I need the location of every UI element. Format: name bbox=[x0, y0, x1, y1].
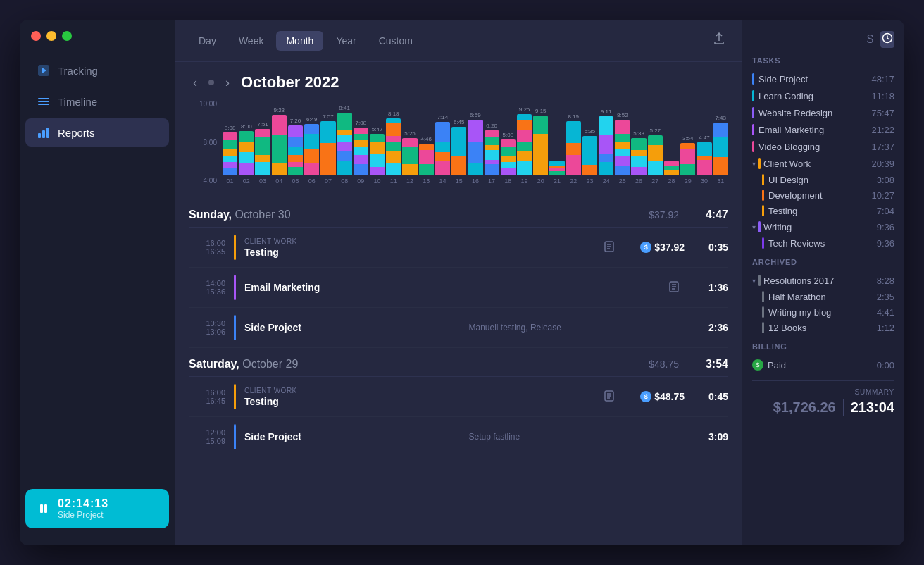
bar-segment bbox=[501, 147, 516, 156]
day-name: Sunday, October 30 bbox=[189, 209, 291, 221]
sidebar-item-timeline[interactable]: Timeline bbox=[25, 87, 169, 116]
traffic-light-fullscreen[interactable] bbox=[62, 31, 72, 41]
bar-date-label: 31 bbox=[717, 178, 724, 185]
prev-month-button[interactable]: ‹ bbox=[189, 74, 201, 92]
bar-column: 6:2017 bbox=[485, 123, 499, 185]
bar-segment bbox=[370, 154, 385, 167]
bar-segment bbox=[354, 128, 368, 134]
traffic-light-minimize[interactable] bbox=[46, 31, 56, 41]
bar-label: 9:25 bbox=[519, 106, 530, 113]
next-month-button[interactable]: › bbox=[221, 74, 234, 92]
clock-icon-button[interactable] bbox=[880, 31, 894, 48]
traffic-light-close[interactable] bbox=[31, 31, 41, 41]
doc-icon[interactable] bbox=[663, 281, 685, 294]
bar-label: 4:46 bbox=[420, 136, 432, 142]
bar-segment bbox=[648, 145, 663, 161]
task-item[interactable]: Video Blogging 17:37 bbox=[752, 138, 894, 155]
sub-task-item[interactable]: Tech Reviews 9:36 bbox=[752, 235, 894, 251]
chevron-down-icon: ▾ bbox=[752, 160, 756, 168]
pause-icon[interactable] bbox=[37, 502, 51, 516]
bar-stack bbox=[664, 161, 679, 175]
task-item[interactable]: Side Project 48:17 bbox=[752, 70, 894, 87]
bar-segment bbox=[485, 130, 499, 137]
entry-category: CLIENT WORK bbox=[244, 387, 590, 395]
doc-icon[interactable] bbox=[599, 241, 620, 254]
bar-date-label: 26 bbox=[635, 178, 642, 185]
share-button[interactable] bbox=[710, 30, 728, 51]
group-header[interactable]: ▾ Client Work 20:39 bbox=[752, 155, 894, 172]
bar-segment bbox=[517, 142, 532, 151]
bar-segment bbox=[239, 142, 254, 152]
sub-task-item[interactable]: Development 10:27 bbox=[752, 187, 894, 203]
day-total-money: $37.92 bbox=[649, 209, 679, 221]
entry-category: CLIENT WORK bbox=[244, 237, 590, 245]
bar-segment bbox=[713, 157, 728, 175]
bar-segment bbox=[501, 139, 516, 147]
entry-color-bar bbox=[234, 315, 236, 340]
reports-icon bbox=[37, 125, 51, 139]
bar-stack bbox=[549, 161, 564, 175]
entry-time: 10:3013:06 bbox=[189, 319, 225, 336]
bar-segment bbox=[288, 162, 303, 167]
sub-task-item[interactable]: UI Design 3:08 bbox=[752, 172, 894, 187]
entry-color-bar bbox=[234, 424, 236, 449]
tab-day[interactable]: Day bbox=[189, 31, 226, 51]
bar-segment bbox=[386, 136, 401, 142]
bar-segment bbox=[370, 167, 385, 175]
tab-year[interactable]: Year bbox=[326, 31, 366, 51]
timer-bar[interactable]: 02:14:13 Side Project bbox=[25, 489, 169, 528]
bar-label: 4:47 bbox=[699, 135, 710, 141]
bar-segment bbox=[304, 124, 319, 134]
tab-week[interactable]: Week bbox=[229, 31, 274, 51]
bar-date-label: 01 bbox=[227, 178, 234, 185]
time-tabs: Day Week Month Year Custom bbox=[189, 31, 423, 51]
bar-segment bbox=[288, 137, 303, 147]
bar-segment bbox=[713, 123, 728, 137]
tab-custom[interactable]: Custom bbox=[369, 31, 423, 51]
entry-details: CLIENT WORKTesting bbox=[244, 387, 590, 407]
sub-task-item[interactable]: Testing 7:04 bbox=[752, 203, 894, 218]
summary-money: $1,726.26 bbox=[773, 399, 836, 416]
nav-dot bbox=[208, 80, 214, 85]
bar-segment bbox=[337, 142, 352, 151]
money-amount: $48.75 bbox=[654, 391, 685, 402]
group-header[interactable]: ▾ Writing 9:36 bbox=[752, 218, 894, 235]
day-total-money: $48.75 bbox=[649, 359, 679, 370]
task-name: Learn Coding bbox=[758, 91, 865, 101]
task-item[interactable]: Website Redesign 75:47 bbox=[752, 104, 894, 121]
bar-segment bbox=[337, 113, 352, 130]
bar-date-label: 21 bbox=[554, 178, 561, 185]
tab-month[interactable]: Month bbox=[276, 31, 323, 51]
entry-time: 12:0015:09 bbox=[189, 428, 225, 445]
archived-group-header[interactable]: ▾ Resolutions 2017 8:28 bbox=[752, 272, 894, 289]
bar-label: 7:51 bbox=[257, 121, 268, 128]
day-total-time: 4:47 bbox=[693, 209, 728, 221]
task-item[interactable]: Learn Coding 11:18 bbox=[752, 87, 894, 104]
sidebar-item-reports[interactable]: Reports bbox=[25, 118, 169, 147]
doc-icon[interactable] bbox=[599, 390, 620, 404]
task-item[interactable]: Email Marketing 21:22 bbox=[752, 121, 894, 138]
entry-color-bar bbox=[234, 275, 236, 300]
bar-segment bbox=[337, 135, 352, 142]
bar-column: 4:4613 bbox=[419, 136, 434, 185]
bar-stack bbox=[697, 142, 711, 175]
archived-sub-item[interactable]: 12 Books 1:12 bbox=[752, 320, 894, 335]
bar-segment bbox=[599, 116, 613, 135]
archived-sub-name: Writing my blog bbox=[768, 307, 865, 318]
bar-stack bbox=[615, 120, 630, 175]
archived-sub-item[interactable]: Half Marathon 2:35 bbox=[752, 289, 894, 304]
bar-segment bbox=[549, 161, 564, 166]
bar-date-label: 17 bbox=[488, 178, 495, 185]
sidebar-item-tracking[interactable]: Tracking bbox=[25, 56, 169, 85]
bar-segment bbox=[680, 149, 695, 164]
bar-stack bbox=[501, 139, 516, 175]
svg-rect-9 bbox=[44, 504, 47, 513]
day-header: Saturday, October 29 $48.75 3:54 bbox=[189, 348, 728, 377]
entry-details: CLIENT WORKTesting bbox=[244, 237, 590, 258]
archived-section-title: ARCHIVED bbox=[752, 258, 894, 266]
bar-label: 8:00 bbox=[241, 123, 252, 130]
billing-time: 0:00 bbox=[869, 360, 894, 371]
day-section: Saturday, October 29 $48.75 3:54 16:0016… bbox=[189, 348, 728, 457]
dollar-icon-button[interactable]: $ bbox=[866, 31, 875, 48]
archived-sub-item[interactable]: Writing my blog 4:41 bbox=[752, 304, 894, 320]
